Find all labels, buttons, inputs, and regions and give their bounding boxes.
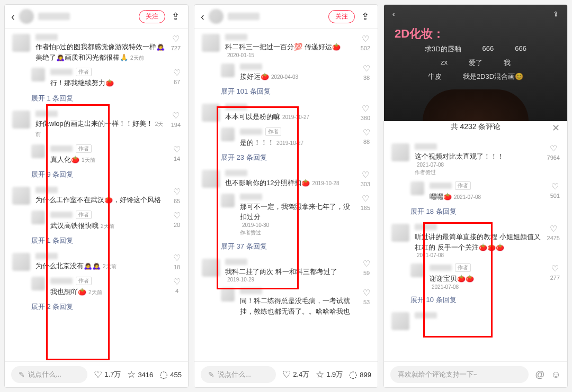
- comment-list[interactable]: 作者怕p过的图我都感觉像游戏特效一样🙇‍♀️美绝了🙇‍♀️画质和闪光都很棒🙏2天…: [5, 29, 188, 361]
- like-button[interactable]: ♡65: [173, 187, 181, 205]
- comment-input[interactable]: 喜欢就给个评论支持一下~: [390, 366, 529, 383]
- star-stat[interactable]: ☆1.9万: [316, 369, 343, 380]
- commenter-name[interactable]: [225, 104, 247, 110]
- follow-button[interactable]: 关注: [328, 10, 355, 23]
- like-button[interactable]: ♡2475: [547, 224, 560, 258]
- commenter-name[interactable]: [240, 194, 262, 200]
- close-icon[interactable]: ✕: [552, 122, 560, 134]
- commenter-name[interactable]: [415, 312, 437, 318]
- avatar[interactable]: [221, 127, 235, 141]
- share-icon[interactable]: ⇪: [169, 11, 182, 22]
- like-button[interactable]: ♡14: [173, 144, 181, 165]
- commenter-name[interactable]: [50, 212, 73, 218]
- like-button[interactable]: ♡165: [361, 194, 370, 236]
- avatar[interactable]: [31, 68, 45, 81]
- expand-replies[interactable]: 展开 9 条回复: [5, 167, 188, 184]
- comment-stat[interactable]: ◌899: [349, 369, 371, 380]
- comment-input[interactable]: ✎说点什么...: [201, 366, 276, 383]
- like-button[interactable]: ♡501: [550, 181, 560, 202]
- avatar[interactable]: [31, 211, 45, 224]
- heart-icon: ♡: [173, 277, 181, 287]
- avatar[interactable]: [31, 277, 45, 290]
- like-button[interactable]: ♡67: [173, 68, 181, 88]
- like-button[interactable]: ♡18: [173, 253, 181, 271]
- avatar[interactable]: [391, 312, 409, 330]
- commenter-name[interactable]: [35, 253, 58, 259]
- avatar[interactable]: [410, 263, 424, 277]
- comment-list[interactable]: 科二科三一把过一百分💯 传递好运🍅2020-01-15♡502 接好运🍅2020…: [194, 29, 378, 361]
- commenter-name[interactable]: [50, 69, 73, 75]
- commenter-name[interactable]: [50, 278, 73, 284]
- commenter-name[interactable]: [430, 265, 452, 271]
- avatar[interactable]: [391, 224, 409, 242]
- like-button[interactable]: ♡277: [550, 263, 560, 290]
- mention-icon[interactable]: @: [535, 369, 544, 380]
- expand-replies[interactable]: 展开 23 条回复: [194, 150, 378, 167]
- like-button[interactable]: ♡7964: [547, 143, 560, 176]
- like-stat[interactable]: ♡2.4万: [282, 369, 309, 380]
- avatar[interactable]: [391, 143, 409, 161]
- back-icon[interactable]: ‹: [392, 10, 395, 18]
- like-button[interactable]: ♡38: [363, 63, 370, 82]
- like-button[interactable]: ♡380: [361, 104, 370, 122]
- star-stat[interactable]: ☆3416: [127, 369, 153, 380]
- avatar[interactable]: [202, 34, 220, 52]
- avatar[interactable]: [202, 170, 220, 188]
- commenter-name[interactable]: [225, 170, 247, 176]
- commenter-name[interactable]: [415, 143, 437, 150]
- commenter-name[interactable]: [430, 183, 452, 189]
- expand-replies[interactable]: 展开 101 条回复: [194, 84, 378, 101]
- commenter-name[interactable]: [240, 129, 262, 135]
- commenter-name[interactable]: [415, 224, 437, 230]
- commenter-name[interactable]: [240, 63, 262, 70]
- comment-stat[interactable]: ◌455: [159, 369, 182, 380]
- avatar[interactable]: [202, 259, 220, 277]
- back-icon[interactable]: ‹: [11, 11, 15, 23]
- like-stat[interactable]: ♡1.7万: [94, 369, 121, 380]
- follow-button[interactable]: 关注: [139, 10, 165, 23]
- comment-input[interactable]: ✎说点什么...: [11, 366, 87, 383]
- avatar[interactable]: [12, 253, 30, 271]
- commenter-name[interactable]: [35, 111, 58, 117]
- author-name[interactable]: [228, 13, 260, 20]
- share-icon[interactable]: ⇪: [359, 11, 371, 22]
- avatar[interactable]: [221, 194, 235, 207]
- avatar[interactable]: [221, 288, 235, 302]
- commenter-name[interactable]: [35, 34, 58, 40]
- expand-replies[interactable]: 展开 18 条回复: [384, 204, 567, 221]
- avatar[interactable]: [202, 104, 220, 122]
- like-button[interactable]: ♡303: [361, 170, 370, 188]
- author-avatar[interactable]: [209, 9, 224, 24]
- avatar[interactable]: [410, 181, 424, 195]
- commenter-name[interactable]: [35, 187, 58, 193]
- avatar[interactable]: [12, 111, 30, 129]
- avatar[interactable]: [31, 144, 45, 158]
- like-button[interactable]: ♡4: [173, 277, 181, 297]
- expand-replies[interactable]: 展开 37 条回复: [194, 239, 378, 256]
- author-avatar[interactable]: [19, 9, 34, 24]
- emoji-icon[interactable]: ☺: [551, 369, 561, 380]
- like-button[interactable]: ♡53: [363, 288, 370, 316]
- like-button[interactable]: ♡502: [361, 34, 370, 58]
- expand-replies[interactable]: 展开 10 条回复: [384, 292, 567, 309]
- commenter-name[interactable]: [225, 259, 247, 265]
- like-button[interactable]: ♡20: [173, 211, 181, 231]
- like-button[interactable]: ♡59: [363, 259, 370, 283]
- expand-replies[interactable]: 展开 1 条回复: [5, 90, 188, 107]
- video-preview[interactable]: ‹ ⇪ 2D化妆： 求3D的唇釉666666 zx爱了我 牛皮我是2D3D混合画…: [384, 5, 567, 121]
- like-button[interactable]: ♡727: [171, 34, 181, 62]
- commenter-name[interactable]: [50, 145, 73, 152]
- expand-replies[interactable]: 展开 2 条回复: [5, 299, 188, 316]
- share-icon[interactable]: ⇪: [553, 10, 559, 18]
- commenter-name[interactable]: [225, 34, 247, 40]
- avatar[interactable]: [12, 187, 30, 205]
- like-button[interactable]: ♡194: [171, 111, 181, 139]
- commenter-name[interactable]: [240, 288, 262, 294]
- back-icon[interactable]: ‹: [201, 11, 204, 23]
- author-name[interactable]: [38, 13, 70, 20]
- like-button[interactable]: ♡88: [363, 127, 370, 148]
- avatar[interactable]: [221, 63, 235, 77]
- comment-list[interactable]: 这个视频对比太直观了！！！2021-07-08作者赞过♡7964 作者嘿嘿🍅20…: [384, 138, 567, 361]
- avatar[interactable]: [12, 34, 30, 52]
- expand-replies[interactable]: 展开 1 条回复: [5, 233, 188, 250]
